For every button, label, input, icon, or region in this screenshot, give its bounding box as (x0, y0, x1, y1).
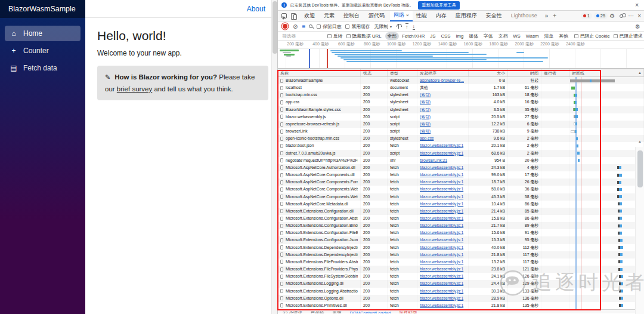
network-request-row[interactable]: dotnet.7.0.0.amub20uvka.js200scriptblazo… (278, 150, 644, 157)
devtools-tab[interactable]: Lighthouse (507, 11, 543, 21)
network-request-row[interactable]: Microsoft.AspNetCore.Components.Forms.dl… (278, 178, 644, 186)
filter-chip[interactable]: JS (428, 33, 438, 39)
devtools-tab[interactable]: 应用程序 (452, 11, 482, 21)
network-settings-gear-icon[interactable]: ⚙ (635, 23, 640, 30)
add-tab-button[interactable]: + (550, 13, 559, 19)
devtools-tab[interactable]: 性能 (413, 11, 432, 21)
devtools-tab[interactable]: 源代码 (365, 11, 390, 21)
network-request-row[interactable]: Microsoft.Extensions.Configuration.Abstr… (278, 215, 644, 222)
cell-initiator-link[interactable]: blazor.webassembly.js:1 (417, 258, 469, 266)
disable-cache-checkbox[interactable]: 禁用缓存 (345, 23, 370, 30)
cell-initiator-link[interactable]: blazor.webassembly.js:1 (417, 251, 469, 258)
cell-initiator-link[interactable]: blazor.webassembly.js:1 (417, 266, 469, 273)
filter-chip[interactable]: 媒体 (466, 32, 481, 40)
cell-initiator-link[interactable]: app.css (417, 135, 469, 142)
cell-initiator-link[interactable]: blazor.webassembly.js:1 (417, 178, 469, 186)
network-request-row[interactable]: Microsoft.AspNetCore.Components.dll200fe… (278, 171, 644, 178)
network-request-row[interactable]: app.css200stylesheet(索引)4.0 kB16 毫秒 (278, 98, 644, 106)
cell-initiator-link[interactable]: (索引) (417, 121, 469, 128)
cell-initiator-link[interactable]: blazor.webassembly.js:1 (417, 193, 469, 201)
reload-devtools-button[interactable]: 重新加载开发工具 (418, 1, 460, 10)
column-header[interactable]: 类型 (388, 69, 417, 76)
filter-chip[interactable]: Img (453, 33, 466, 39)
filter-chip[interactable]: 清单 (542, 32, 556, 40)
preserve-log-checkbox[interactable]: 保留日志 (317, 23, 341, 30)
cell-initiator-link[interactable]: blazor.webassembly.js:1 (417, 273, 469, 280)
network-request-row[interactable]: Microsoft.AspNetCore.Components.WebAsse.… (278, 193, 644, 201)
search-icon[interactable] (309, 24, 312, 28)
issues-badge[interactable]: 25 (594, 13, 608, 19)
devtools-tab[interactable]: 欢迎 (301, 11, 320, 21)
inspect-element-icon[interactable] (281, 13, 287, 19)
hide-data-url-checkbox[interactable]: 隐藏数据 URL (346, 33, 382, 39)
network-request-row[interactable]: Microsoft.AspNetCore.Metadata.dll200fetc… (278, 201, 644, 208)
column-header[interactable]: 时间线 (569, 69, 644, 76)
network-request-row[interactable]: Microsoft.Extensions.DependencyInjection… (278, 251, 644, 258)
network-request-row[interactable]: Microsoft.Extensions.Logging.Abstraction… (278, 288, 644, 295)
network-request-row[interactable]: localhost200document其他1.7 kB61 毫秒 (278, 84, 644, 91)
cell-initiator-link[interactable]: aspnetcore-browser-re... (417, 77, 469, 84)
network-request-row[interactable]: open-iconic-bootstrap.min.css200styleshe… (278, 135, 644, 142)
cell-initiator-link[interactable]: blazor.webassembly.js:1 (417, 215, 469, 222)
scroll-up-icon[interactable]: ▲ (636, 140, 644, 143)
network-request-row[interactable]: Microsoft.Extensions.FileSystemGlobbing.… (278, 273, 644, 280)
network-request-row[interactable]: Microsoft.Extensions.Logging.dll200fetch… (278, 280, 644, 287)
import-har-icon[interactable]: ↑ (405, 23, 408, 30)
network-request-row[interactable]: negotiate?requestUrl=http%3A%2F%2Flocalh… (278, 157, 644, 164)
focus-mode-icon[interactable] (620, 14, 623, 18)
column-header[interactable]: 大小 (469, 69, 508, 76)
throttling-dropdown[interactable]: 无限制▾ (374, 23, 392, 30)
close-devtools-icon[interactable]: × (636, 11, 643, 21)
clear-icon[interactable]: ⊘ (293, 23, 298, 30)
network-request-row[interactable]: blazor.boot.json200fetchblazor.webassemb… (278, 142, 644, 149)
device-toolbar-icon[interactable] (291, 13, 297, 19)
brief-survey-link[interactable]: brief survey (117, 85, 152, 93)
filter-chip[interactable]: 其他 (556, 32, 571, 40)
scrollbar-thumb[interactable] (273, 1, 277, 54)
cell-initiator-link[interactable]: blazor.webassembly.js:1 (417, 164, 469, 171)
blocked-cookies-checkbox[interactable]: 已阻止 Cookie (574, 33, 610, 39)
cell-initiator-link[interactable]: blazor.webassembly.js:1 (417, 302, 469, 309)
network-request-row[interactable]: Microsoft.Extensions.Configuration.Json.… (278, 236, 644, 244)
network-request-row[interactable]: Microsoft.Extensions.FileProviders.Physi… (278, 266, 644, 273)
network-request-row[interactable]: Microsoft.Extensions.Configuration.Binde… (278, 222, 644, 229)
network-request-row[interactable]: Microsoft.Extensions.Configuration.dll20… (278, 208, 644, 215)
network-request-row[interactable]: bootstrap.min.css200stylesheet(索引)163 kB… (278, 91, 644, 98)
record-icon[interactable] (283, 24, 287, 29)
sidebar-nav-item[interactable]: ▤ Fetch data (5, 60, 80, 76)
network-request-row[interactable]: BlazorWasmSample/websocketaspnetcore-bro… (278, 77, 644, 84)
devtools-tab[interactable]: 元素 (320, 11, 340, 21)
devtools-tab[interactable]: 内存 (432, 11, 452, 21)
cell-initiator-link[interactable]: blazor.webassembly.js:1 (417, 229, 469, 236)
cell-initiator-link[interactable]: blazor.webassembly.js:1 (417, 295, 469, 302)
filter-input[interactable] (281, 33, 324, 39)
cell-initiator-link[interactable]: blazor.webassembly.js:1 (417, 236, 469, 244)
network-request-row[interactable]: Microsoft.Extensions.FileProviders.Abstr… (278, 258, 644, 266)
more-tabs-chevron[interactable]: » (543, 13, 551, 19)
sidebar-nav-item[interactable]: ⌂ Home (5, 26, 80, 41)
cell-initiator-link[interactable]: (索引) (417, 106, 469, 113)
settings-gear-icon[interactable]: ⚙ (608, 11, 617, 21)
cell-initiator-link[interactable]: blazor.webassembly.js:1 (417, 208, 469, 215)
filter-chip[interactable]: 全部 (385, 32, 400, 40)
browser-page-scrollbar[interactable] (271, 0, 277, 314)
filter-chip[interactable]: 文档 (496, 32, 510, 40)
filter-chip[interactable]: WS (510, 33, 523, 39)
error-badge[interactable]: 1 (581, 13, 592, 19)
blocked-requests-checkbox[interactable]: 已阻止请求 (614, 33, 643, 39)
network-request-row[interactable]: Microsoft.Extensions.DependencyInjection… (278, 244, 644, 251)
filter-funnel-icon[interactable]: ≡ (302, 23, 305, 30)
filter-chip[interactable]: Fetch/XHR (400, 33, 427, 39)
network-request-row[interactable]: browserLink200script(索引)738 kB9 毫秒 (278, 128, 644, 135)
column-header[interactable]: 时间 (508, 69, 541, 76)
network-request-row[interactable]: Microsoft.Extensions.Primitives.dll200fe… (278, 302, 644, 309)
network-request-row[interactable]: Microsoft.AspNetCore.Authorization.dll20… (278, 164, 644, 171)
cell-initiator-link[interactable]: blazor.webassembly.js:1 (417, 222, 469, 229)
cell-initiator-link[interactable]: (索引) (417, 98, 469, 106)
table-scrollbar[interactable]: ▲ ▼ (635, 147, 644, 314)
network-request-row[interactable]: Microsoft.AspNetCore.Components.Web.dll2… (278, 186, 644, 193)
devtools-tab[interactable]: 控制台 (340, 11, 365, 21)
network-request-row[interactable]: Microsoft.Extensions.Configuration.FileE… (278, 229, 644, 236)
column-header[interactable]: 履行者 (541, 69, 569, 76)
sort-arrow-icon[interactable]: ▲ (638, 69, 642, 77)
